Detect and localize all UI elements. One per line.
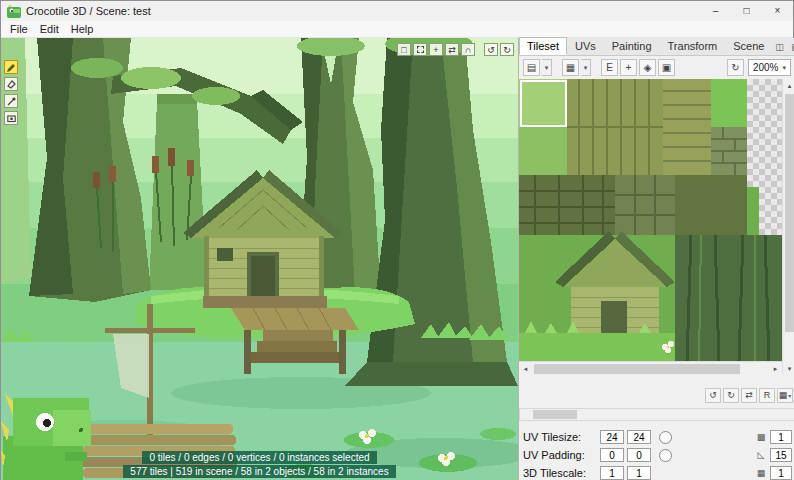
scroll-down-icon[interactable]: ▾ (783, 362, 794, 375)
angle-value-field[interactable] (770, 448, 792, 462)
tab-transform[interactable]: Transform (660, 37, 726, 55)
minimize-icon[interactable]: – (700, 1, 731, 21)
uv-padding-x-field[interactable] (600, 448, 624, 462)
add-tileset-icon[interactable]: + (620, 59, 637, 76)
tileset-toolbar: ▤ ▾ ▦ ▾ E + ◈ ▣ ↻ 200% ▾ (519, 56, 794, 79)
uv-padding-link-icon[interactable] (659, 449, 672, 462)
tilescale-label: 3D Tilescale: (523, 467, 600, 479)
tile-reset-icon[interactable]: R (759, 388, 775, 403)
viewport-3d[interactable]: □ + ⇄ ∩ ↺ ↻ 0 tiles / 0 edges / 0 vertic… (1, 38, 518, 480)
viewport-tool-column (4, 60, 18, 125)
tileset-canvas[interactable] (519, 79, 782, 361)
tab-scene[interactable]: Scene (725, 37, 772, 55)
tileset-vertical-scrollbar[interactable]: ▴ ▾ (782, 79, 794, 375)
panel-pin-icon[interactable]: ▣ (788, 40, 794, 53)
tile-grid-dropdown-icon[interactable]: ▾ (581, 59, 591, 76)
zoom-select[interactable]: 200% ▾ (748, 59, 791, 76)
scroll-right-icon[interactable]: ▸ (769, 362, 782, 375)
zoom-dropdown-icon: ▾ (782, 64, 786, 72)
rotate-ccw-icon[interactable]: ↺ (484, 43, 498, 56)
snap-value-field[interactable] (770, 430, 792, 444)
duplicate-icon[interactable]: ▣ (658, 59, 675, 76)
tile-grid-menu-icon[interactable]: ▦ ▾ (777, 388, 793, 403)
tile-grid-icon[interactable]: ▦ (562, 59, 579, 76)
uv-tilesize-x-field[interactable] (600, 430, 624, 444)
uv-tilesize-y-field[interactable] (627, 430, 651, 444)
close-icon[interactable]: × (762, 1, 793, 21)
toolbar-gap (477, 43, 482, 56)
panel-divider-scrollbar[interactable] (519, 408, 794, 421)
window-controls: – □ × (700, 1, 793, 21)
grid-value-field[interactable] (770, 466, 792, 480)
tab-tileset[interactable]: Tileset (519, 37, 567, 55)
panel-tabbar: Tileset UVs Painting Transform Scene ◫ ▣ (519, 38, 794, 56)
eraser-tool-icon[interactable] (4, 77, 18, 91)
marquee-icon[interactable] (413, 43, 427, 56)
uv-tilesize-label: UV Tilesize: (523, 431, 600, 443)
tab-painting[interactable]: Painting (604, 37, 660, 55)
uv-tilesize-link-icon[interactable] (659, 431, 672, 444)
angle-triangle-icon: ◺ (755, 450, 767, 460)
menu-file[interactable]: File (4, 23, 34, 35)
maximize-icon[interactable]: □ (731, 1, 762, 21)
refresh-icon[interactable]: ↻ (727, 59, 744, 76)
menubar: File Edit Help (1, 21, 793, 38)
tab-uvs[interactable]: UVs (567, 37, 604, 55)
uv-padding-y-field[interactable] (627, 448, 651, 462)
pencil-tool-icon[interactable] (4, 60, 18, 74)
tileset-properties: UV Tilesize: ▩ UV Padding: ◺ (519, 426, 794, 480)
tilescale-x-field[interactable] (600, 466, 624, 480)
menu-edit[interactable]: Edit (34, 23, 65, 35)
tileset-horizontal-scrollbar[interactable]: ◂ ▸ (519, 361, 782, 375)
horizontal-scroll-thumb[interactable] (534, 364, 740, 374)
dotted-grid-icon: ▩ (755, 432, 767, 442)
tileset-image-icon[interactable]: ▤ (523, 59, 540, 76)
window-title: Crocotile 3D / Scene: test (26, 5, 151, 17)
side-panel: Tileset UVs Painting Transform Scene ◫ ▣… (518, 38, 794, 480)
tile-actions-toolbar: ↺ ↻ ⇄ R ▦ ▾ (519, 386, 793, 404)
tileset-image (519, 79, 782, 361)
titlebar: Crocotile 3D / Scene: test – □ × (1, 1, 793, 21)
move-icon[interactable]: + (429, 43, 443, 56)
camera-tool-icon[interactable] (4, 111, 18, 125)
tileset-image-dropdown-icon[interactable]: ▾ (542, 59, 552, 76)
divider-scroll-thumb[interactable] (533, 410, 577, 419)
rotate-cw-icon[interactable]: ↻ (500, 43, 514, 56)
scene-canvas (1, 38, 518, 480)
uv-padding-label: UV Padding: (523, 449, 600, 461)
grid-setting: ▦ (755, 466, 792, 480)
panel-split-icon[interactable]: ◫ (772, 40, 786, 53)
viewport-toolbar: □ + ⇄ ∩ ↺ ↻ (397, 43, 514, 56)
grid-glyph: ▦ (779, 390, 788, 400)
tabbar-icons: ◫ ▣ (772, 40, 794, 55)
tile-rotate-ccw-icon[interactable]: ↺ (705, 388, 721, 403)
edit-tileset-icon[interactable]: E (601, 59, 618, 76)
angle-setting: ◺ (755, 448, 792, 462)
scroll-left-icon[interactable]: ◂ (519, 362, 532, 375)
layers-icon[interactable]: ◈ (639, 59, 656, 76)
snap-setting: ▩ (755, 430, 792, 444)
tile-flip-icon[interactable]: ⇄ (741, 388, 757, 403)
tileset-area: ▴ ▾ ◂ ▸ (519, 79, 794, 375)
tilescale-y-field[interactable] (627, 466, 651, 480)
grid-dropdown-icon: ▾ (788, 392, 791, 399)
zoom-value: 200% (753, 62, 779, 73)
pan-icon[interactable]: ⇄ (445, 43, 459, 56)
uv-padding-row: UV Padding: ◺ (523, 446, 792, 464)
uv-tilesize-row: UV Tilesize: ▩ (523, 428, 792, 446)
marquee-glyph (417, 46, 424, 53)
picker-tool-icon[interactable] (4, 94, 18, 108)
menu-help[interactable]: Help (65, 23, 100, 35)
app-icon (7, 4, 21, 18)
app-window: Crocotile 3D / Scene: test – □ × File Ed… (0, 0, 794, 480)
tilescale-row: 3D Tilescale: ▦ (523, 464, 792, 480)
scroll-up-icon[interactable]: ▴ (783, 79, 794, 92)
vertical-scroll-thumb[interactable] (785, 94, 794, 332)
select-box-icon[interactable]: □ (397, 43, 411, 56)
small-grid-icon: ▦ (755, 468, 767, 478)
snap-magnet-icon[interactable]: ∩ (461, 43, 475, 56)
tile-rotate-cw-icon[interactable]: ↻ (723, 388, 739, 403)
